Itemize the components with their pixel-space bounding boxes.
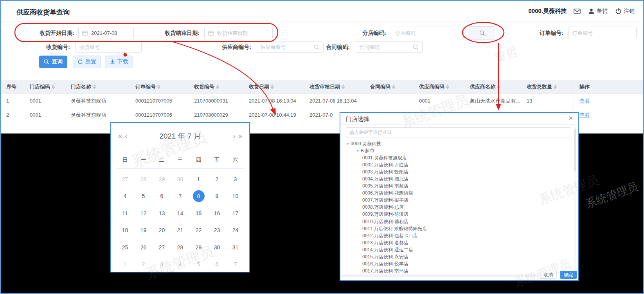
calendar-day[interactable]: 12 <box>134 205 153 222</box>
sort-desc-icon[interactable] <box>271 87 274 89</box>
tree-item[interactable]: 0008.万店便利-总店 <box>340 204 572 211</box>
view-link[interactable]: 查看 <box>579 112 590 119</box>
sort-carets-icon[interactable] <box>52 85 55 89</box>
calendar-day[interactable]: 4 <box>171 256 189 273</box>
logout-button[interactable]: 注销 <box>615 8 635 15</box>
tree-item[interactable]: 0010.万店便利-德积店 <box>340 218 572 225</box>
contract-code-input[interactable] <box>355 41 422 52</box>
tree-item[interactable]: 0016.万店便利-悦丰店 <box>340 261 572 268</box>
calendar-day[interactable]: 14 <box>171 205 189 222</box>
calendar-day[interactable]: 27 <box>116 171 134 188</box>
tree-item[interactable]: 0003.万店便利-暨阳店 <box>340 168 572 175</box>
calendar-day[interactable]: 28 <box>171 239 189 256</box>
calendar-day[interactable]: 23 <box>208 222 226 239</box>
column-header[interactable]: 合同编码 <box>365 80 414 94</box>
calendar-day[interactable]: 6 <box>208 256 226 273</box>
next-year-arrow[interactable]: » <box>237 132 244 140</box>
order-no-field[interactable] <box>568 27 637 39</box>
mail-icon[interactable] <box>574 8 581 15</box>
sort-asc-icon[interactable] <box>157 85 160 87</box>
column-header[interactable]: 收货编号 <box>189 80 243 94</box>
column-header[interactable]: 门店名称 <box>65 80 130 94</box>
calendar-day[interactable]: 7 <box>171 188 189 205</box>
sort-carets-icon[interactable] <box>271 85 274 89</box>
calendar-day[interactable]: 21 <box>171 222 189 239</box>
sort-desc-icon[interactable] <box>446 87 449 89</box>
branch-search-button[interactable] <box>469 26 495 40</box>
tree-item[interactable]: 0012.万店便利-包基卡口店 <box>340 232 572 239</box>
sort-carets-icon[interactable] <box>392 85 395 89</box>
calendar-day[interactable]: 9 <box>208 188 226 205</box>
calendar-day[interactable]: 5 <box>134 188 153 205</box>
tree-item[interactable]: 0002.万店便利-万红店 <box>340 161 572 168</box>
calendar-day[interactable]: 29 <box>153 171 171 188</box>
calendar-day[interactable]: 30 <box>171 171 189 188</box>
receipt-no-input[interactable] <box>76 41 141 52</box>
calendar-day[interactable]: 13 <box>153 205 171 222</box>
tree-item[interactable]: 0004.万店便利-城北店 <box>340 175 572 182</box>
user-menu[interactable]: 董哲 <box>588 8 608 15</box>
view-link[interactable]: 查看 <box>579 97 590 105</box>
branch-code-field[interactable] <box>391 27 464 39</box>
query-button[interactable]: 查询 <box>39 56 67 68</box>
tree-item[interactable]: 0009.万店便利-前溪店 <box>340 211 572 218</box>
calendar-day[interactable]: 17 <box>226 205 245 222</box>
close-icon[interactable]: ✕ <box>568 115 573 122</box>
download-button[interactable]: 下载 <box>105 56 133 68</box>
column-header[interactable]: 收货总数量 <box>521 80 572 94</box>
calendar-day[interactable]: 11 <box>116 205 134 222</box>
horizontal-scrollbar[interactable] <box>341 274 539 277</box>
prev-year-arrow[interactable]: « <box>117 132 123 140</box>
sort-desc-icon[interactable] <box>497 87 500 89</box>
sort-desc-icon[interactable] <box>342 87 345 89</box>
column-header[interactable]: 门店编码 <box>24 80 65 94</box>
sort-asc-icon[interactable] <box>446 85 449 87</box>
sort-desc-icon[interactable] <box>392 87 395 89</box>
start-date-field[interactable] <box>78 27 134 39</box>
calendar-day[interactable]: 3 <box>226 171 245 188</box>
order-no-input[interactable] <box>568 27 636 39</box>
sort-carets-icon[interactable] <box>497 85 500 89</box>
calendar-day[interactable]: 22 <box>189 222 208 239</box>
tree-item[interactable]: ▾0000.灵薇科技 <box>340 140 572 147</box>
sort-asc-icon[interactable] <box>52 85 55 87</box>
tree-item[interactable]: 0006.万店便利-花园浜店 <box>340 190 572 197</box>
tree-item[interactable]: 0017.万店便利-南环店 <box>340 268 572 275</box>
calendar-day[interactable]: 19 <box>134 222 153 239</box>
sort-carets-icon[interactable] <box>93 85 96 89</box>
tree-item[interactable]: 0007.万店便利-梁丰店 <box>340 197 572 204</box>
sort-desc-icon[interactable] <box>52 87 55 89</box>
vertical-scrollbar-thumb[interactable] <box>574 129 576 171</box>
calendar-day[interactable]: 27 <box>153 239 171 256</box>
cancel-button[interactable]: 取消 <box>540 271 557 279</box>
caret-down-icon[interactable]: ▾ <box>357 149 359 153</box>
prev-month-arrow[interactable]: ‹ <box>123 132 129 140</box>
sort-carets-icon[interactable] <box>554 85 557 89</box>
column-header[interactable]: 供应商编码 <box>414 80 464 94</box>
tree-item[interactable]: 0014.万店便利-通运二店 <box>340 246 572 253</box>
sort-desc-icon[interactable] <box>216 87 219 89</box>
sort-carets-icon[interactable] <box>157 85 160 89</box>
calendar-day[interactable]: 1 <box>189 171 208 188</box>
sort-asc-icon[interactable] <box>216 85 219 87</box>
tree-item[interactable]: 0011.万店便利-乘航锦绣阳光店 <box>340 225 572 232</box>
sort-carets-icon[interactable] <box>446 85 449 89</box>
sort-desc-icon[interactable] <box>93 87 96 89</box>
calendar-day[interactable]: 16 <box>208 205 226 222</box>
caret-down-icon[interactable]: ▾ <box>347 142 349 146</box>
calendar-day[interactable]: 20 <box>153 222 171 239</box>
calendar-day[interactable]: 5 <box>189 256 208 273</box>
sort-desc-icon[interactable] <box>554 87 557 89</box>
calendar-day[interactable]: 24 <box>226 222 245 239</box>
calendar-day[interactable]: 7 <box>226 256 245 273</box>
reset-button[interactable]: 重置 <box>73 56 101 68</box>
calendar-day[interactable]: 2 <box>208 171 226 188</box>
sort-asc-icon[interactable] <box>271 85 274 87</box>
column-header[interactable]: 订单编号 <box>130 80 189 94</box>
end-date-field[interactable] <box>204 27 273 39</box>
sort-desc-icon[interactable] <box>157 87 160 89</box>
receipt-no-field[interactable] <box>75 41 142 53</box>
calendar-day[interactable]: 26 <box>134 239 153 256</box>
calendar-day[interactable]: 29 <box>189 239 208 256</box>
sort-carets-icon[interactable] <box>216 85 219 89</box>
